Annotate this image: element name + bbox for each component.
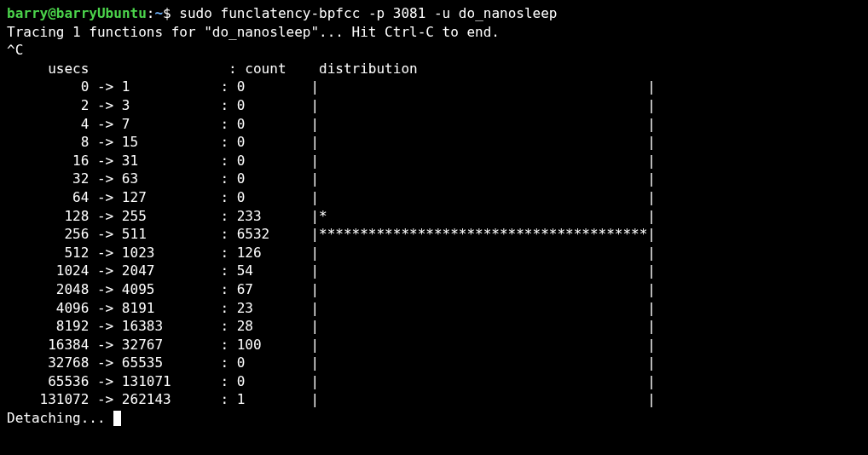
prompt-symbol: $	[163, 5, 171, 21]
command-value: sudo funclatency-bpfcc -p 3081 -u do_nan…	[179, 5, 557, 21]
terminal-window[interactable]: barry@barryUbuntu:~$ sudo funclatency-bp…	[7, 4, 861, 428]
detaching-text: Detaching...	[7, 410, 106, 426]
detaching-line: Detaching...	[7, 409, 861, 428]
prompt-user: barry	[7, 5, 48, 21]
cursor	[113, 411, 121, 426]
prompt-colon: :	[147, 5, 155, 21]
trace-message: Tracing 1 functions for "do_nanosleep"..…	[7, 23, 861, 42]
prompt-at: @	[48, 5, 56, 21]
histogram-header: usecs : count distribution	[7, 60, 861, 78]
prompt-host: barryUbuntu	[56, 5, 147, 21]
interrupt-line: ^C	[7, 41, 861, 60]
prompt-path: ~	[154, 5, 163, 21]
command-text	[171, 5, 180, 21]
histogram-body: 0 -> 1 : 0 | | 2 -> 3 : 0 | | 4 -> 7 : 0…	[7, 78, 861, 409]
prompt-line: barry@barryUbuntu:~$ sudo funclatency-bp…	[7, 4, 861, 23]
